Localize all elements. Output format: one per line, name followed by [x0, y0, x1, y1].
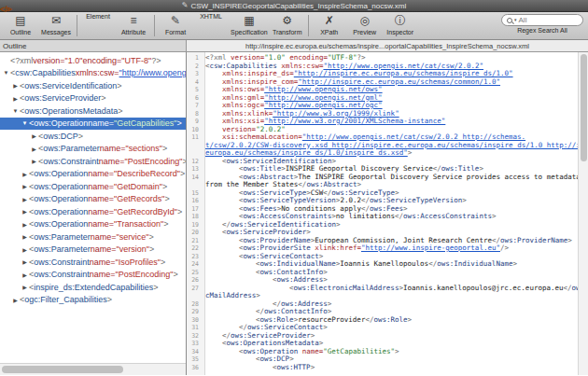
disclosure-collapsed-icon[interactable]: ▶ — [21, 208, 29, 215]
outline-item[interactable]: <?xml version="1.0" encoding="UTF-8"?> — [0, 54, 186, 67]
disclosure-collapsed-icon[interactable]: ▶ — [21, 233, 29, 240]
disclosure-collapsed-icon[interactable]: ▶ — [21, 196, 29, 202]
code-line[interactable]: t/csw/2.0.2/CSW-discovery.xsd http://ins… — [187, 142, 578, 150]
outline-horizontal-scrollbar[interactable] — [0, 363, 186, 375]
outline-token: ows:Constraint — [34, 270, 90, 279]
code-line[interactable]: 31</ows:ServiceContact> — [187, 324, 578, 332]
outline-item[interactable]: ▶<ows:Parameter name="sections"> — [0, 143, 186, 156]
disclosure-collapsed-icon[interactable]: ▶ — [30, 146, 38, 152]
document-path[interactable]: http://inspire.ec.europa.eu/schemas/insp… — [187, 40, 588, 51]
disclosure-collapsed-icon[interactable]: ▶ — [21, 258, 29, 265]
code-line[interactable]: 19</ows:ServiceIdentification> — [187, 221, 578, 230]
code-line[interactable]: cMailAddress> — [187, 292, 578, 300]
outline-item[interactable]: ▼<ows:Operation name="GetCapabilities"> — [0, 118, 186, 131]
disclosure-expanded-icon[interactable]: ▼ — [2, 70, 10, 76]
outline-item[interactable]: ▶<ows:Parameter name="service"> — [0, 230, 186, 244]
disclosure-expanded-icon[interactable]: ▼ — [11, 108, 20, 114]
outline-token: name= — [88, 207, 114, 216]
line-number: 17 — [187, 205, 203, 214]
disclosure-collapsed-icon[interactable]: ▶ — [21, 272, 29, 278]
code-line[interactable]: 13<ows:Title>INSPIRE Geoportal Discovery… — [187, 165, 578, 174]
code-line[interactable]: 1<?xml version="1.0" encoding="UTF-8"?> — [187, 54, 578, 63]
code-line[interactable]: europa.eu/schemas/inspire_ds/1.0/inspire… — [187, 149, 578, 158]
outline-item[interactable]: ▶<inspire_ds:ExtendedCapabilities> — [0, 281, 186, 294]
outline-item[interactable]: ▶<ows:DCP> — [0, 130, 186, 143]
outline-item[interactable]: ▶<ows:Constraint name="IsoProfiles"> — [0, 256, 186, 269]
outline-item[interactable]: ▶<ows:ServiceProvider> — [0, 92, 186, 105]
code-line[interactable]: 35<ows:DCP> — [187, 355, 578, 364]
code-line[interactable]: 16<ows:ServiceTypeVersion>2.0.2</ows:Ser… — [187, 197, 578, 205]
code-line[interactable]: 29</ows:ContactInfo> — [187, 308, 578, 316]
outline-item[interactable]: ▶<ows:Operation name="Transaction"> — [0, 218, 186, 231]
outline-item[interactable]: ▶<ows:Operation name="GetDomain"> — [0, 180, 186, 193]
code-line[interactable]: 22<ows:ProviderSite xlink:href="http://w… — [187, 244, 578, 253]
outline-item[interactable]: ▼<ows:OperationsMetadata> — [0, 104, 186, 118]
code-line[interactable]: 21<ows:ProviderName>European Commission,… — [187, 237, 578, 245]
code-line[interactable]: 26<ows:Address> — [187, 276, 578, 285]
disclosure-collapsed-icon[interactable]: ▶ — [21, 246, 29, 253]
code-token: /> — [500, 244, 509, 252]
code-line[interactable]: 2<csw:Capabilities xmlns:csw="http://www… — [187, 63, 578, 71]
disclosure-collapsed-icon[interactable]: ▶ — [30, 132, 38, 139]
code-line[interactable]: 25<ows:ContactInfo> — [187, 269, 578, 277]
code-line[interactable]: 20<ows:ServiceProvider> — [187, 229, 578, 237]
code-line[interactable]: 18<ows:AccessConstraints>no limitations<… — [187, 213, 578, 221]
code-line[interactable]: 34<ows:Operation name="GetCapabilities"> — [187, 348, 578, 356]
code-line[interactable]: 11xsi:schemaLocation="http://www.opengis… — [187, 133, 578, 142]
outline-item[interactable]: ▶<ows:Operation name="DescribeRecord"> — [0, 168, 186, 181]
code-line[interactable]: 15<ows:ServiceType>CSW</ows:ServiceType> — [187, 189, 578, 198]
code-line[interactable]: 36<ows:HTTP> — [187, 364, 578, 372]
code-line[interactable]: 17<ows:Fees>No conditions apply</ows:Fee… — [187, 205, 578, 214]
code-line[interactable]: 8xmlns:xlink="http://www.w3.org/1999/xli… — [187, 110, 578, 118]
code-line[interactable]: 10version="2.0.2" — [187, 126, 578, 134]
disclosure-collapsed-icon[interactable]: ▶ — [11, 95, 20, 102]
code-line[interactable]: from the Member States</ows:Abstract> — [187, 181, 578, 189]
outline-item[interactable]: ▶<ows:Constraint name="PostEncoding"> — [0, 155, 186, 168]
code-line-text: version="2.0.2" — [203, 126, 286, 133]
disclosure-collapsed-icon[interactable]: ▶ — [21, 183, 29, 189]
editor-panel[interactable]: 1<?xml version="1.0" encoding="UTF-8"?>2… — [187, 52, 588, 375]
outline-item[interactable]: ▶<ogc:Filter_Capabilities> — [0, 294, 186, 307]
code-line-text: </ows:ServiceIdentification> — [203, 221, 340, 229]
disclosure-collapsed-icon[interactable]: ▶ — [11, 297, 20, 303]
disclosure-collapsed-icon[interactable]: ▶ — [21, 171, 29, 177]
code-line[interactable]: 4xmlns:inspire_com="http://inspire.ec.eu… — [187, 78, 578, 87]
code-line[interactable]: 5xmlns:ows="http://www.opengis.net/ows" — [187, 86, 578, 94]
code-line[interactable]: 23<ows:ServiceContact> — [187, 253, 578, 261]
toolbar-button-xhtml[interactable]: </>XHTML — [193, 13, 229, 20]
disclosure-collapsed-icon[interactable]: ▶ — [21, 284, 29, 290]
outline-item[interactable]: ▶<ows:Operation name="GetRecords"> — [0, 193, 186, 206]
code-area[interactable]: 1<?xml version="1.0" encoding="UTF-8"?>2… — [187, 54, 578, 375]
code-line[interactable]: 30<ows:Role>resourceProvider</ows:Role> — [187, 316, 578, 325]
outline-token: "DescribeRecord" — [114, 169, 180, 178]
code-line[interactable]: 7xmlns:ogc="http://www.opengis.net/ogc" — [187, 102, 578, 110]
disclosure-collapsed-icon[interactable]: ▶ — [30, 158, 38, 164]
code-line[interactable]: 32</ows:ServiceProvider> — [187, 332, 578, 341]
code-line[interactable]: 9xmlns:xsi="http://www.w3.org/2001/XMLSc… — [187, 118, 578, 126]
code-line-text: europa.eu/schemas/inspire_ds/1.0/inspire… — [203, 149, 412, 157]
outline-item[interactable]: ▶<ows:Constraint name="PostEncoding"> — [0, 269, 186, 282]
outline-item[interactable]: ▶<ows:Parameter name="version"> — [0, 244, 186, 257]
disclosure-collapsed-icon[interactable]: ▶ — [11, 82, 20, 89]
outline-token: > — [162, 144, 167, 153]
outline-item[interactable]: ▼<csw:Capabilities xmlns:csw="http://www… — [0, 67, 186, 80]
code-line[interactable]: 33<ows:OperationsMetadata> — [187, 340, 578, 348]
disclosure-expanded-icon[interactable]: ▼ — [21, 120, 29, 126]
outline-tree: <?xml version="1.0" encoding="UTF-8"?>▼<… — [0, 52, 186, 306]
code-line[interactable]: 3xmlns:inspire_ds="http://inspire.ec.eur… — [187, 70, 578, 78]
code-line[interactable]: 12<ows:ServiceIdentification> — [187, 158, 578, 166]
code-line[interactable]: 27<ows:ElectronicMailAddress>Ioannis.kan… — [187, 285, 578, 293]
code-line-text: <ows:AccessConstraints>no limitations</o… — [203, 213, 496, 220]
scrollbar-thumb[interactable] — [2, 366, 123, 373]
search-scope-chevron-icon[interactable]: ▾ — [514, 18, 517, 22]
code-line[interactable]: 24<ows:IndividualName>Ioannis Kanellopou… — [187, 260, 578, 269]
code-token: version= — [231, 54, 264, 62]
outline-item[interactable]: ▶<ows:Operation name="GetRecordById"> — [0, 205, 186, 218]
code-line[interactable]: 6xmlns:gml="http://www.opengis.net/gml" — [187, 94, 578, 103]
code-line[interactable]: 28</ows:Address> — [187, 300, 578, 309]
editor-vertical-scrollbar[interactable] — [578, 52, 588, 375]
disclosure-collapsed-icon[interactable]: ▶ — [21, 221, 29, 228]
code-line[interactable]: 14<ows:Abstract>The INSPIRE Geoportal Di… — [187, 174, 578, 182]
outline-item[interactable]: ▶<ows:ServiceIdentification> — [0, 79, 186, 92]
scrollbar-thumb[interactable] — [581, 54, 587, 161]
